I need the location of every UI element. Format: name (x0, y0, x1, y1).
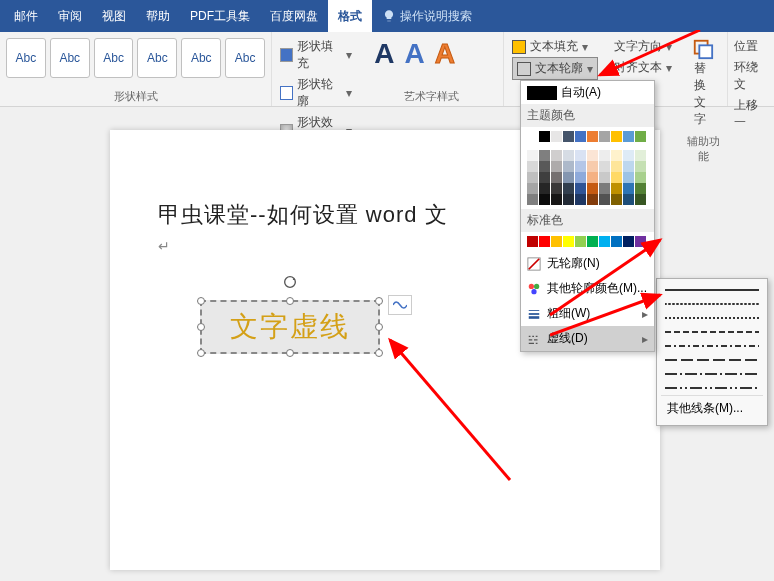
replace-text-button[interactable]: 替换 文字 (686, 34, 721, 132)
color-swatch[interactable] (563, 172, 574, 183)
resize-handle[interactable] (197, 297, 205, 305)
layout-options-button[interactable] (388, 295, 412, 315)
position-button[interactable]: 位置 (734, 36, 768, 57)
color-swatch[interactable] (551, 183, 562, 194)
tab-format[interactable]: 格式 (328, 0, 372, 32)
dash-option-dash-dot[interactable] (661, 339, 763, 353)
color-swatch[interactable] (611, 236, 622, 247)
shape-style-3[interactable]: Abc (94, 38, 134, 78)
color-swatch[interactable] (551, 172, 562, 183)
color-swatch[interactable] (563, 150, 574, 161)
color-swatch[interactable] (635, 194, 646, 205)
dash-option-square-dot[interactable] (661, 311, 763, 325)
resize-handle[interactable] (286, 349, 294, 357)
color-swatch[interactable] (575, 150, 586, 161)
color-swatch[interactable] (551, 150, 562, 161)
color-swatch[interactable] (551, 194, 562, 205)
color-swatch[interactable] (527, 150, 538, 161)
color-swatch[interactable] (539, 131, 550, 142)
tab-mail[interactable]: 邮件 (4, 0, 48, 32)
color-swatch[interactable] (587, 131, 598, 142)
wordart-style-3[interactable]: A (435, 38, 455, 70)
dash-option-long-dash-dot[interactable] (661, 367, 763, 381)
align-text-button[interactable]: 对齐文本 ▾ (614, 57, 672, 78)
color-swatch[interactable] (563, 131, 574, 142)
tab-review[interactable]: 审阅 (48, 0, 92, 32)
color-swatch[interactable] (611, 183, 622, 194)
color-swatch[interactable] (587, 194, 598, 205)
color-swatch[interactable] (587, 183, 598, 194)
color-swatch[interactable] (551, 161, 562, 172)
wordart-style-1[interactable]: A (374, 38, 394, 70)
dashes-item[interactable]: 虚线(D)▸ (521, 326, 654, 351)
resize-handle[interactable] (375, 323, 383, 331)
color-swatch[interactable] (635, 150, 646, 161)
color-swatch[interactable] (635, 183, 646, 194)
color-swatch[interactable] (527, 183, 538, 194)
color-swatch[interactable] (611, 172, 622, 183)
bring-forward-button[interactable]: 上移一 (734, 95, 768, 133)
color-swatch[interactable] (623, 161, 634, 172)
color-swatch[interactable] (599, 236, 610, 247)
shape-outline-button[interactable]: 形状轮廓 ▾ (280, 74, 352, 112)
color-swatch[interactable] (563, 161, 574, 172)
color-swatch[interactable] (575, 161, 586, 172)
color-swatch[interactable] (539, 183, 550, 194)
tell-me[interactable]: 操作说明搜索 (372, 0, 482, 32)
shape-style-6[interactable]: Abc (225, 38, 265, 78)
color-swatch[interactable] (575, 172, 586, 183)
textbox-selection[interactable]: 文字虚线 (200, 300, 380, 354)
tab-baidu[interactable]: 百度网盘 (260, 0, 328, 32)
shape-style-1[interactable]: Abc (6, 38, 46, 78)
no-outline-item[interactable]: 无轮廓(N) (521, 251, 654, 276)
shape-style-4[interactable]: Abc (137, 38, 177, 78)
color-swatch[interactable] (587, 150, 598, 161)
resize-handle[interactable] (197, 323, 205, 331)
resize-handle[interactable] (286, 297, 294, 305)
color-swatch[interactable] (563, 183, 574, 194)
color-swatch[interactable] (623, 194, 634, 205)
color-swatch[interactable] (623, 150, 634, 161)
color-swatch[interactable] (539, 236, 550, 247)
color-swatch[interactable] (611, 161, 622, 172)
color-swatch[interactable] (551, 236, 562, 247)
color-swatch[interactable] (599, 161, 610, 172)
color-swatch[interactable] (527, 236, 538, 247)
dash-option-solid[interactable] (661, 283, 763, 297)
color-swatch[interactable] (635, 161, 646, 172)
color-swatch[interactable] (599, 131, 610, 142)
color-swatch[interactable] (623, 131, 634, 142)
tab-pdf[interactable]: PDF工具集 (180, 0, 260, 32)
color-swatch[interactable] (623, 183, 634, 194)
color-swatch[interactable] (623, 172, 634, 183)
more-lines-item[interactable]: 其他线条(M)... (661, 395, 763, 421)
dash-option-long-dash-dot-dot[interactable] (661, 381, 763, 395)
weight-item[interactable]: 粗细(W)▸ (521, 301, 654, 326)
text-direction-button[interactable]: 文字方向 ▾ (614, 36, 672, 57)
dash-option-round-dot[interactable] (661, 297, 763, 311)
shape-style-2[interactable]: Abc (50, 38, 90, 78)
color-swatch[interactable] (599, 150, 610, 161)
color-swatch[interactable] (527, 161, 538, 172)
wrap-text-button[interactable]: 环绕文 (734, 57, 768, 95)
color-swatch[interactable] (635, 131, 646, 142)
shape-fill-button[interactable]: 形状填充 ▾ (280, 36, 352, 74)
color-swatch[interactable] (599, 194, 610, 205)
color-swatch[interactable] (635, 172, 646, 183)
text-fill-button[interactable]: 文本填充 ▾ (512, 36, 598, 57)
color-swatch[interactable] (527, 194, 538, 205)
color-swatch[interactable] (563, 236, 574, 247)
color-swatch[interactable] (587, 236, 598, 247)
color-swatch[interactable] (611, 131, 622, 142)
color-swatch[interactable] (575, 236, 586, 247)
color-swatch[interactable] (611, 150, 622, 161)
color-swatch[interactable] (539, 150, 550, 161)
textbox[interactable]: 文字虚线 (200, 300, 380, 354)
color-swatch[interactable] (539, 172, 550, 183)
color-swatch[interactable] (551, 131, 562, 142)
tab-view[interactable]: 视图 (92, 0, 136, 32)
dash-option-dash[interactable] (661, 325, 763, 339)
text-outline-button[interactable]: 文本轮廓 ▾ (512, 57, 598, 80)
color-swatch[interactable] (563, 194, 574, 205)
color-swatch[interactable] (587, 161, 598, 172)
